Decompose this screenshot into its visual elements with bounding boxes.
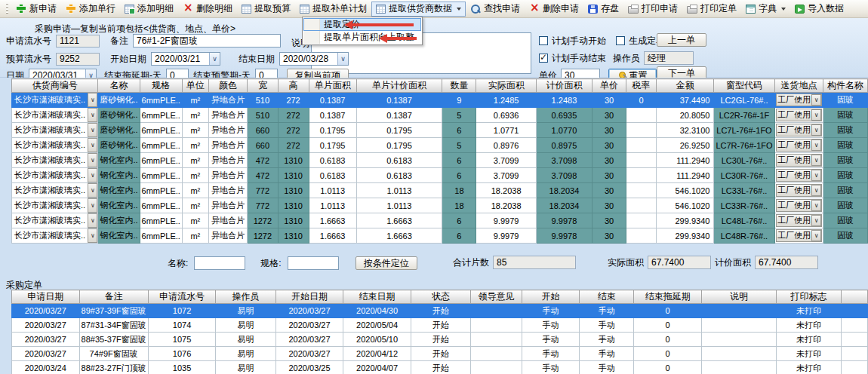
table-cell[interactable]: 长沙市潇湘玻璃实.. [12,123,98,138]
table-cell[interactable]: 长沙市潇湘玻璃实.. [12,228,98,244]
table-cell[interactable]: 30 [593,138,626,153]
table-cell[interactable]: 2020/04/12 [343,347,411,361]
column-header[interactable]: 数量 [442,79,476,93]
table-row[interactable]: 长沙市潇湘玻璃实..钢化室内..6mmPLE..m²异地合片47213100.6… [12,153,868,168]
chevron-down-icon[interactable] [88,108,97,122]
table-cell[interactable] [626,108,657,123]
chevron-down-icon[interactable] [811,124,821,136]
column-header[interactable]: 名称 [98,79,140,93]
table-cell[interactable]: 6mmPLE.. [140,153,182,168]
table-cell[interactable]: 1.0113 [309,198,356,213]
table-cell[interactable]: 510 [248,108,278,123]
table-cell[interactable] [471,333,522,347]
table-cell[interactable]: m² [182,108,208,123]
table-cell[interactable]: 钢化室内.. [98,198,140,213]
table-cell[interactable]: 6 [442,168,476,183]
table-cell[interactable]: 0.1795 [309,138,356,153]
table-cell[interactable]: 易明 [216,361,275,374]
table-row[interactable]: 长沙市潇湘玻璃实..钢化室内..6mmPLE..m²异地合片77213101.0… [12,198,868,213]
table-cell[interactable]: 74#9F窗固玻 [79,347,148,361]
chevron-down-icon[interactable] [811,200,821,211]
table-cell[interactable]: 开始 [411,333,470,347]
table-cell[interactable]: 0.6183 [309,168,356,183]
table-cell[interactable]: m² [182,138,208,153]
table-cell[interactable]: 272 [278,123,309,138]
table-cell[interactable]: 手动 [522,304,579,318]
table-cell[interactable]: 1.6663 [356,213,442,228]
checkbox-plan-manual-start[interactable] [539,36,548,45]
table-cell[interactable]: 0.1795 [356,123,442,138]
delivery-combo[interactable]: 工厂使用 [776,229,823,242]
table-cell[interactable]: 660 [248,138,278,153]
table-cell[interactable] [626,153,657,168]
column-header[interactable]: 颜色 [208,79,248,93]
table-cell[interactable]: 1310 [278,168,309,183]
table-cell[interactable]: 工厂使用 [774,153,823,168]
chevron-down-icon[interactable] [811,155,821,166]
table-cell[interactable]: 6mmPLE.. [140,168,182,183]
table-cell[interactable]: 0 [634,347,702,361]
table-cell[interactable]: 易明 [216,347,275,361]
table-cell[interactable] [842,333,868,347]
table-cell[interactable]: 手动 [580,318,634,333]
table-cell[interactable]: 长沙市潇湘玻璃实.. [12,213,98,228]
table-cell[interactable]: 未打印 [776,318,841,333]
table-cell[interactable]: 固玻 [823,93,868,108]
checkbox-plan-manual-end[interactable] [539,54,548,63]
toolbar-button-new-request[interactable]: 新申请 [11,2,61,17]
table-cell[interactable]: LC48R-76#.. [714,228,774,244]
table-cell[interactable]: 30 [593,93,626,108]
table-cell[interactable]: 1272 [248,228,278,244]
table-cell[interactable]: 1.2483 [536,93,592,108]
table-cell[interactable]: 89#37-39F窗固玻 [79,304,148,318]
table-cell[interactable]: 0 [626,93,657,108]
column-header[interactable]: 结束日期 [343,290,411,304]
table-cell[interactable]: 18.2034 [536,198,592,213]
chevron-down-icon[interactable] [88,228,97,243]
table-cell[interactable]: 长沙市潇湘玻璃实.. [12,168,98,183]
toolbar-button-find-request[interactable]: 查找申请 [466,2,525,17]
table-cell[interactable]: 2020/04/07 [343,361,411,374]
delivery-combo[interactable]: 工厂使用 [776,214,823,227]
table-row[interactable]: 长沙市潇湘玻璃实..磨砂钢化..6mmPLE..m²异地合片6602720.17… [12,123,868,138]
column-header[interactable]: 计价面积 [536,79,592,93]
table-cell[interactable]: 异地合片 [208,168,248,183]
table-cell[interactable]: LC30R-76#.. [714,168,774,183]
toolbar-button-save[interactable]: 存盘 [583,2,623,17]
table-cell[interactable]: 272 [278,138,309,153]
table-cell[interactable]: 工厂使用 [774,183,823,198]
table-cell[interactable]: LC30L-76#.. [714,153,774,168]
table-cell[interactable]: 工厂使用 [774,213,823,228]
toolbar-button-add-row[interactable]: 添加单行 [61,2,120,17]
table-cell[interactable]: 6mmPLE.. [140,93,182,108]
table-cell[interactable]: 18.2034 [536,183,592,198]
locate-button[interactable]: 按条件定位 [356,256,417,270]
table-cell[interactable]: 2020/03/27 [275,333,343,347]
table-cell[interactable]: 2020/03/27 [12,347,80,361]
column-header[interactable]: 结束 [580,290,634,304]
chevron-down-icon[interactable] [811,139,821,151]
table-cell[interactable]: 546.1020 [657,183,714,198]
table-cell[interactable]: 30 [593,183,626,198]
table-row[interactable]: 长沙市潇湘玻璃实..磨砂钢化..6mmPLE..m²异地合片5102720.13… [12,93,868,108]
table-cell[interactable]: 26.9250 [657,138,714,153]
table-cell[interactable]: 手动 [522,318,579,333]
table-cell[interactable]: 固玻 [823,213,868,228]
chevron-down-icon[interactable] [88,198,97,213]
end-date-combo[interactable]: 2020/03/28 [279,52,349,66]
table-cell[interactable]: 546.1020 [657,198,714,213]
table-cell[interactable]: 472 [248,153,278,168]
table-cell[interactable] [471,361,522,374]
table-cell[interactable]: 0.1387 [309,93,356,108]
table-cell[interactable]: 0.1795 [356,138,442,153]
table-cell[interactable]: 30 [593,153,626,168]
chevron-down-icon[interactable] [88,183,97,198]
chevron-down-icon[interactable] [811,215,821,226]
table-cell[interactable]: 固玻 [823,153,868,168]
table-cell[interactable]: 3.7099 [476,168,536,183]
chevron-down-icon[interactable] [88,138,97,152]
table-cell[interactable]: 472 [248,168,278,183]
table-cell[interactable]: m² [182,228,208,244]
table-cell[interactable]: 2020/03/24 [12,361,80,374]
table-cell[interactable]: 未打印 [776,361,841,374]
